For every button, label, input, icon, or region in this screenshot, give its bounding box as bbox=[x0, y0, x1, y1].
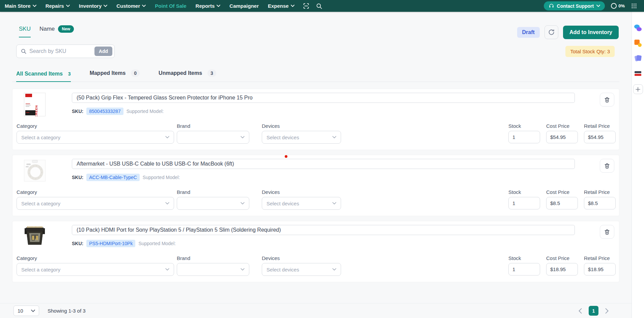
chat-bubbles-app-icon[interactable] bbox=[634, 24, 642, 32]
refresh-button[interactable] bbox=[544, 25, 558, 39]
tab-count: 3 bbox=[207, 69, 216, 77]
barcode-scan-icon[interactable] bbox=[303, 2, 310, 9]
tab-name-label: Name bbox=[39, 26, 55, 32]
nav-item-main-store[interactable]: Main Store bbox=[5, 3, 36, 9]
retail-price-label: Retail Price bbox=[584, 189, 616, 195]
trash-icon bbox=[604, 163, 610, 169]
retail-price-input[interactable] bbox=[584, 197, 616, 209]
stock-label: Stock bbox=[508, 255, 540, 261]
add-sku-button[interactable]: Add bbox=[94, 47, 112, 56]
add-app-button[interactable] bbox=[633, 84, 643, 94]
page-size-value: 10 bbox=[18, 308, 23, 314]
cost-price-input[interactable] bbox=[546, 197, 578, 209]
tab-mapped-items[interactable]: Mapped Items 0 bbox=[90, 69, 140, 82]
tab-sku-label: SKU bbox=[19, 26, 31, 32]
cost-price-input[interactable] bbox=[546, 131, 578, 143]
nav-item-reports[interactable]: Reports bbox=[196, 3, 221, 9]
orange-shapes-app-icon[interactable] bbox=[634, 39, 642, 48]
stock-input[interactable] bbox=[508, 197, 540, 209]
right-app-rail bbox=[632, 12, 644, 318]
list-tabs: All Scanned Items 3 Mapped Items 0 Unmap… bbox=[12, 69, 619, 82]
tab-sku[interactable]: SKU bbox=[19, 26, 31, 37]
contact-support-button[interactable]: Contact Support bbox=[544, 1, 605, 10]
add-to-inventory-button[interactable]: Add to Inventory bbox=[563, 26, 619, 39]
sku-value-chip: ACC-MB-Cable-TypeC bbox=[86, 174, 140, 181]
next-page-icon[interactable] bbox=[605, 308, 609, 314]
current-page-button[interactable]: 1 bbox=[589, 306, 598, 316]
delete-item-button[interactable] bbox=[600, 93, 614, 107]
tab-name[interactable]: Name New bbox=[39, 25, 74, 38]
prev-page-icon[interactable] bbox=[579, 308, 582, 314]
apps-grid-icon[interactable] bbox=[631, 3, 637, 9]
stock-label: Stock bbox=[508, 123, 540, 129]
delete-item-button[interactable] bbox=[600, 159, 614, 173]
red-stack-app-icon[interactable] bbox=[634, 69, 642, 78]
nav-item-inventory[interactable]: Inventory bbox=[79, 3, 108, 9]
devices-label: Devices bbox=[262, 123, 341, 129]
search-icon[interactable] bbox=[316, 3, 323, 9]
sku-label: SKU: bbox=[72, 241, 83, 246]
refresh-icon bbox=[548, 29, 555, 36]
nav-item-repairs[interactable]: Repairs bbox=[46, 3, 70, 9]
category-select[interactable]: Select a category bbox=[17, 131, 174, 144]
page-size-select[interactable]: 10 bbox=[13, 306, 39, 316]
pager: 1 bbox=[579, 306, 609, 316]
category-placeholder: Select a category bbox=[21, 267, 60, 272]
usage-circle-icon bbox=[611, 3, 617, 9]
item-title-input[interactable] bbox=[72, 159, 575, 169]
nav-label: Reports bbox=[196, 3, 215, 9]
category-select[interactable]: Select a category bbox=[17, 263, 174, 276]
nav-item-customer[interactable]: Customer bbox=[116, 3, 146, 9]
nav-item-expense[interactable]: Expense bbox=[268, 3, 295, 9]
item-title-input[interactable] bbox=[72, 93, 575, 103]
chevron-down-icon bbox=[165, 268, 169, 271]
pagination-footer: 10 Showing 1-3 of 3 1 bbox=[0, 303, 632, 318]
chevron-down-icon bbox=[241, 268, 245, 271]
devices-placeholder: Select devices bbox=[267, 135, 299, 140]
sku-search-box: Add bbox=[16, 45, 115, 58]
devices-select[interactable]: Select devices bbox=[262, 197, 341, 210]
tab-count: 0 bbox=[131, 69, 140, 77]
nav-item-point-of-sale[interactable]: Point Of Sale bbox=[155, 3, 186, 9]
delete-item-button[interactable] bbox=[600, 225, 614, 239]
purple-pages-app-icon[interactable] bbox=[634, 54, 642, 63]
chevron-down-icon bbox=[241, 136, 245, 139]
tab-all-scanned-items[interactable]: All Scanned Items 3 bbox=[16, 71, 71, 82]
chevron-down-icon bbox=[217, 5, 220, 7]
main-content: SKU Name New Draft Add to Inventory Add bbox=[0, 12, 632, 318]
category-placeholder: Select a category bbox=[21, 135, 60, 140]
stock-input[interactable] bbox=[508, 263, 540, 276]
nav-item-campaigner[interactable]: Campaigner bbox=[229, 3, 259, 9]
cost-price-label: Cost Price bbox=[546, 189, 578, 195]
devices-select[interactable]: Select devices bbox=[262, 263, 341, 276]
cost-price-input[interactable] bbox=[546, 263, 578, 276]
brand-select[interactable] bbox=[177, 197, 249, 210]
sku-label: SKU: bbox=[72, 175, 83, 180]
devices-select[interactable]: Select devices bbox=[262, 131, 341, 144]
item-title-input[interactable] bbox=[72, 225, 575, 235]
chevron-down-icon bbox=[332, 268, 336, 271]
category-select[interactable]: Select a category bbox=[17, 197, 174, 210]
supported-model-label: Supported Model: bbox=[138, 241, 176, 246]
brand-select[interactable] bbox=[177, 131, 249, 144]
retail-price-label: Retail Price bbox=[584, 255, 616, 261]
search-input[interactable] bbox=[29, 48, 92, 54]
retail-price-input[interactable] bbox=[584, 263, 616, 276]
brand-label: Brand bbox=[177, 123, 249, 129]
sku-value-chip: 850045333287 bbox=[86, 108, 123, 115]
total-stock-badge: Total Stock Qty: 3 bbox=[565, 46, 615, 57]
item-card-screen-protector: SCREEN SKU: 850045333287 Supported Model… bbox=[12, 89, 619, 150]
sku-label: SKU: bbox=[72, 109, 83, 114]
toolbar: Add Total Stock Qty: 3 bbox=[12, 45, 619, 58]
brand-select[interactable] bbox=[177, 263, 249, 276]
stock-input[interactable] bbox=[508, 131, 540, 143]
nav-menu: Main Store Repairs Inventory Customer Po… bbox=[5, 3, 295, 9]
tab-unmapped-items[interactable]: Unmapped Items 3 bbox=[159, 69, 216, 82]
brand-label: Brand bbox=[177, 255, 249, 261]
usage-indicator[interactable]: 0% bbox=[611, 3, 625, 9]
retail-price-input[interactable] bbox=[584, 131, 616, 143]
trash-icon bbox=[604, 96, 610, 103]
product-image-hdmi-port bbox=[24, 225, 46, 249]
chevron-down-icon bbox=[31, 310, 35, 312]
chevron-down-icon bbox=[241, 202, 245, 205]
